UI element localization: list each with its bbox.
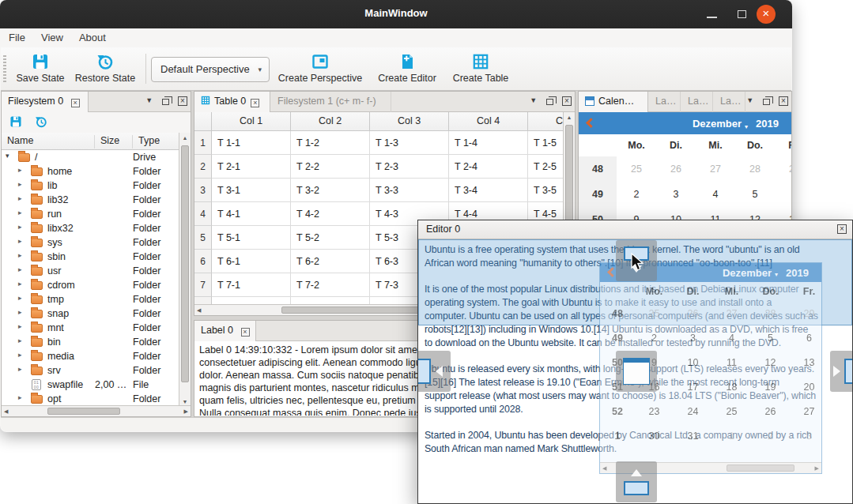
panel-close-icon[interactable]: × xyxy=(562,96,572,106)
calendar-day[interactable]: 2 xyxy=(617,182,656,207)
table-cell[interactable]: T 1-2 xyxy=(291,131,370,155)
calendar-day[interactable]: 25 xyxy=(635,301,674,325)
calendar-day[interactable]: 28 xyxy=(735,156,775,182)
tree-row[interactable]: ▸snapFolder xyxy=(2,307,179,321)
tab-close-icon[interactable]: × xyxy=(251,99,259,107)
tree-row[interactable]: ▸srvFolder xyxy=(2,363,179,378)
calendar-day[interactable]: 11 xyxy=(712,350,751,374)
calendar-day[interactable]: 30 xyxy=(635,423,674,448)
tab-label-1[interactable]: La… xyxy=(649,92,681,112)
calendar-day[interactable]: 6 xyxy=(790,325,821,350)
tree-row[interactable]: ▸usrFolder xyxy=(2,264,179,278)
calendar-day[interactable]: 29 xyxy=(790,301,821,325)
row-header[interactable]: 7 xyxy=(194,273,212,297)
calendar-day[interactable]: 27 xyxy=(696,156,735,182)
tab-label-2[interactable]: La… xyxy=(681,92,713,112)
calendar-day[interactable]: 23 xyxy=(635,399,674,423)
scrollbar-thumb[interactable] xyxy=(47,408,120,415)
calendar-day[interactable]: 4 xyxy=(696,182,735,207)
panel-menu-icon[interactable]: ▼ xyxy=(746,96,753,104)
column-header[interactable]: Col 1 xyxy=(212,112,291,131)
scroll-down-icon[interactable]: ▼ xyxy=(179,399,191,404)
menu-item-view[interactable]: View xyxy=(33,28,71,43)
calendar-header[interactable]: Dezember▾2019 xyxy=(579,112,791,134)
calendar-day[interactable]: 6 xyxy=(775,182,791,207)
calendar-day[interactable]: 3 xyxy=(656,182,696,207)
calendar-day[interactable]: 2 xyxy=(635,325,674,350)
restore-state-button[interactable]: Restore State xyxy=(70,51,140,84)
month-label[interactable]: Dezember xyxy=(693,118,742,130)
calendar-day[interactable]: 26 xyxy=(656,156,696,182)
table-cell[interactable]: T 5-2 xyxy=(291,226,370,250)
calendar-day[interactable]: 18 xyxy=(712,374,751,399)
table-cell[interactable]: T 4-1 xyxy=(212,202,291,226)
tree-row[interactable]: ▸sbinFolder xyxy=(2,250,179,264)
tab-table-0[interactable]: Table 0× xyxy=(194,92,270,112)
dock-indicator-right[interactable] xyxy=(830,351,852,392)
table-cell[interactable]: T 3-3 xyxy=(370,179,449,202)
editor-titlebar[interactable]: Editor 0 × xyxy=(418,220,852,239)
expander-open-icon[interactable]: ▾ xyxy=(6,152,9,160)
column-header[interactable]: Col 2 xyxy=(291,112,370,131)
table-cell[interactable]: T 3-1 xyxy=(212,179,291,202)
expander-closed-icon[interactable]: ▸ xyxy=(18,180,22,188)
toolbar-drag-handle[interactable] xyxy=(3,55,6,82)
create-editor-button[interactable]: Create Editor xyxy=(369,51,445,84)
calendar-day[interactable]: 13 xyxy=(790,350,821,374)
column-header[interactable]: Col 3 xyxy=(370,112,449,131)
year-label[interactable]: 2019 xyxy=(756,118,779,130)
expander-closed-icon[interactable]: ▸ xyxy=(18,393,22,401)
calendar-day[interactable]: 17 xyxy=(674,374,712,399)
calendar-day[interactable]: 1 xyxy=(712,423,751,448)
tree-row[interactable]: ▸lib32Folder xyxy=(2,193,179,207)
tree-row[interactable]: ▸runFolder xyxy=(2,207,179,221)
column-header[interactable]: Col 5 xyxy=(528,112,564,131)
tab-calendar[interactable]: Calen… xyxy=(579,92,648,112)
tab-close-icon[interactable]: × xyxy=(71,99,80,107)
tree-row[interactable]: ▸optFolder xyxy=(2,392,179,406)
minimize-button[interactable] xyxy=(704,6,721,23)
calendar-day[interactable]: 20 xyxy=(790,374,821,399)
table-cell[interactable]: T 1-1 xyxy=(212,131,291,155)
tree-row[interactable]: ▸sysFolder xyxy=(2,235,179,250)
table-cell[interactable]: T 3-5 xyxy=(528,179,564,202)
column-header[interactable]: Col 4 xyxy=(449,112,528,131)
tree-row[interactable]: ▸libx32Folder xyxy=(2,221,179,235)
expander-closed-icon[interactable]: ▸ xyxy=(18,294,22,302)
calendar-day[interactable]: 3 xyxy=(790,423,821,448)
scroll-up-icon[interactable]: ▲ xyxy=(179,135,191,141)
calendar-day[interactable]: 3 xyxy=(674,325,712,350)
table-cell[interactable]: T 7-1 xyxy=(212,273,291,297)
expander-closed-icon[interactable]: ▸ xyxy=(18,194,22,202)
expander-closed-icon[interactable]: ▸ xyxy=(18,308,22,316)
editor-close-icon[interactable]: × xyxy=(837,224,847,234)
panel-close-icon[interactable]: × xyxy=(178,96,187,106)
expander-closed-icon[interactable]: ▸ xyxy=(18,209,22,216)
calendar-day[interactable]: 25 xyxy=(712,399,751,423)
calendar-day[interactable]: 4 xyxy=(712,325,751,350)
calendar-day[interactable]: 24 xyxy=(674,399,712,423)
save-icon[interactable] xyxy=(9,115,22,128)
column-header-size[interactable]: Size xyxy=(95,135,133,149)
expander-closed-icon[interactable]: ▸ xyxy=(18,280,22,288)
column-header-name[interactable]: Name xyxy=(2,135,95,149)
tree-row[interactable]: ▸binFolder xyxy=(2,335,179,349)
filesystem-vscrollbar[interactable]: ▲ ▼ xyxy=(179,133,191,407)
calendar-day[interactable]: 25 xyxy=(617,156,656,182)
tree-row[interactable]: ▸mediaFolder xyxy=(2,349,179,363)
undock-icon[interactable] xyxy=(546,99,553,105)
column-header-type[interactable]: Type xyxy=(133,135,179,149)
panel-menu-icon[interactable]: ▼ xyxy=(530,96,537,104)
tree-row[interactable]: ▸homeFolder xyxy=(2,164,179,179)
table-cell[interactable]: T 6-1 xyxy=(212,250,291,273)
table-cell[interactable]: T 4-2 xyxy=(291,202,370,226)
table-cell[interactable]: T 2-1 xyxy=(212,155,291,179)
table-cell[interactable]: T 2-2 xyxy=(291,155,370,179)
scroll-right-icon[interactable]: ▶ xyxy=(184,408,188,415)
expander-closed-icon[interactable]: ▸ xyxy=(18,166,22,174)
previous-month-icon[interactable] xyxy=(586,118,596,128)
maximize-button[interactable] xyxy=(734,6,751,23)
expander-closed-icon[interactable]: ▸ xyxy=(18,337,22,344)
expander-closed-icon[interactable]: ▸ xyxy=(18,265,22,273)
panel-menu-icon[interactable]: ▼ xyxy=(145,96,153,104)
